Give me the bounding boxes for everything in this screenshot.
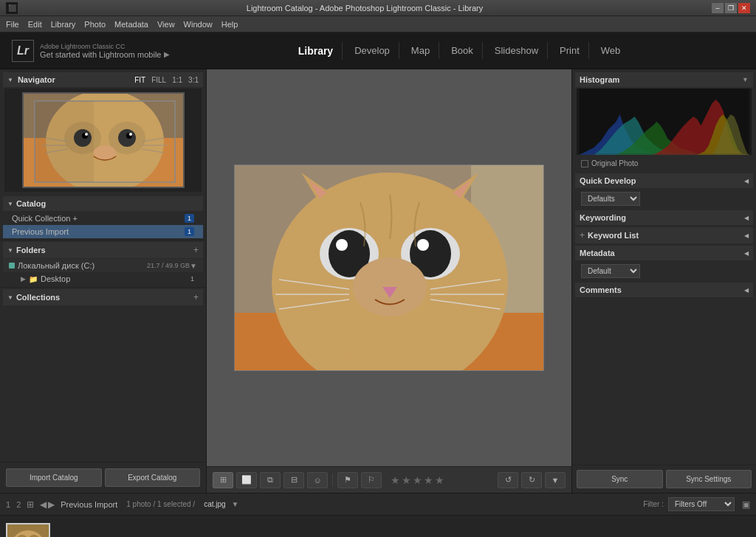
strip-thumbnail-1[interactable]: ⊕: [6, 523, 50, 538]
sync-button[interactable]: Sync: [577, 470, 663, 488]
survey-view-button[interactable]: ⊟: [284, 472, 304, 488]
keyword-list-header[interactable]: + Keyword List ◀: [575, 227, 753, 243]
rotate-left-icon: ↺: [505, 475, 512, 485]
filmstrip-filename: cat.jpg: [204, 500, 225, 508]
histogram-collapse-icon: ▼: [742, 76, 749, 83]
collections-title: Collections: [16, 293, 193, 302]
folders-add-button[interactable]: +: [193, 245, 199, 255]
svg-rect-19: [35, 101, 94, 182]
keyword-list-add-button[interactable]: +: [580, 230, 585, 240]
menu-library[interactable]: Library: [51, 20, 76, 29]
folders-section-header[interactable]: ▼ Folders +: [3, 242, 203, 258]
filmstrip-panel-button[interactable]: ▣: [742, 499, 750, 510]
tab-book[interactable]: Book: [442, 42, 483, 59]
export-catalog-button[interactable]: Export Catalog: [105, 468, 201, 487]
center-panel: ⊞ ⬜ ⧉ ⊟ ☺ ⚑ ⚐ ★ ★ ★: [207, 69, 571, 493]
tab-print[interactable]: Print: [551, 42, 589, 59]
menu-edit[interactable]: Edit: [28, 20, 42, 29]
divider-1: [0, 240, 206, 240]
svg-point-35: [417, 239, 429, 251]
tab-map[interactable]: Map: [402, 42, 439, 59]
zoom-3-1[interactable]: 3:1: [188, 76, 199, 84]
unflag-icon: ⚐: [368, 475, 375, 485]
rotate-right-button[interactable]: ↻: [521, 472, 542, 488]
menu-help[interactable]: Help: [221, 20, 238, 29]
loupe-view-button[interactable]: ⬜: [236, 472, 257, 488]
minimize-button[interactable]: –: [712, 3, 724, 13]
rotate-left-button[interactable]: ↺: [498, 472, 518, 488]
metadata-collapse-icon: ◀: [744, 250, 749, 257]
star-3[interactable]: ★: [413, 474, 422, 486]
menu-photo[interactable]: Photo: [84, 20, 106, 29]
toolbar-separator-1: [332, 474, 333, 487]
star-rating: ★ ★ ★ ★ ★: [391, 474, 444, 486]
more-options-button[interactable]: ▼: [545, 472, 566, 488]
compare-view-button[interactable]: ⧉: [260, 472, 281, 488]
tab-web[interactable]: Web: [592, 42, 630, 59]
tab-slideshow[interactable]: Slideshow: [486, 42, 548, 59]
flag-button[interactable]: ⚑: [337, 472, 358, 488]
people-view-icon: ☺: [313, 476, 321, 485]
filter-select[interactable]: Filters Off: [668, 497, 735, 511]
filmstrip-prev-arrow[interactable]: ◀: [40, 499, 47, 510]
grid-view-button[interactable]: ⊞: [213, 472, 233, 488]
zoom-fit[interactable]: FIT: [134, 76, 145, 84]
navigator-triangle: ▼: [7, 77, 13, 83]
maximize-button[interactable]: ❐: [725, 3, 737, 13]
titlebar: ⬛ Lightroom Catalog - Adobe Photoshop Li…: [0, 0, 756, 16]
menu-file[interactable]: File: [6, 20, 19, 29]
close-button[interactable]: ✕: [738, 3, 750, 13]
collections-section: ▼ Collections +: [0, 289, 206, 306]
lr-mobile-link[interactable]: Get started with Lightroom mobile ▶: [40, 50, 170, 59]
menu-metadata[interactable]: Metadata: [114, 20, 148, 29]
metadata-preset-select[interactable]: Default: [581, 264, 640, 278]
people-view-button[interactable]: ☺: [307, 472, 328, 488]
navigator-header[interactable]: ▼ Navigator FIT FILL 1:1 3:1: [3, 72, 203, 87]
comments-header[interactable]: Comments ◀: [575, 283, 753, 297]
filter-section: Filter : Filters Off ▣: [643, 497, 750, 511]
tab-develop[interactable]: Develop: [346, 42, 399, 59]
drive-label: Локальный диск (C:): [18, 261, 147, 270]
menu-view[interactable]: View: [157, 20, 175, 29]
filmstrip-page-2[interactable]: 2: [16, 500, 21, 509]
star-5[interactable]: ★: [435, 474, 444, 486]
histogram-header[interactable]: Histogram ▼: [575, 72, 753, 87]
folder-item-desktop[interactable]: ▶ 📁 Desktop 1: [3, 272, 203, 285]
tab-library[interactable]: Library: [289, 42, 343, 60]
star-1[interactable]: ★: [391, 474, 400, 486]
zoom-fill[interactable]: FILL: [151, 76, 166, 84]
menu-window[interactable]: Window: [184, 20, 213, 29]
module-tabs: Library Develop Map Book Slideshow Print…: [174, 42, 744, 60]
loupe-view-icon: ⬜: [241, 475, 252, 485]
metadata-section: Metadata ◀ Default: [572, 246, 756, 283]
quick-develop-collapse-icon: ◀: [744, 178, 749, 184]
catalog-item-quick-collection[interactable]: Quick Collection + 1: [3, 212, 203, 225]
histogram-chart: [577, 89, 752, 155]
zoom-1-1[interactable]: 1:1: [172, 76, 182, 84]
filmstrip-next-arrow[interactable]: ▶: [48, 499, 55, 510]
catalog-section-header[interactable]: ▼ Catalog: [3, 196, 203, 211]
quick-develop-header[interactable]: Quick Develop ◀: [575, 173, 753, 188]
lr-logo: Lr Adobe Lightroom Classic CC Get starte…: [12, 40, 174, 62]
original-photo-checkbox[interactable]: [581, 160, 588, 167]
star-4[interactable]: ★: [424, 474, 433, 486]
metadata-header[interactable]: Metadata ◀: [575, 246, 753, 260]
import-catalog-button[interactable]: Import Catalog: [6, 468, 102, 487]
left-panel: ▼ Navigator FIT FILL 1:1 3:1: [0, 69, 207, 493]
grid-view-icon: ⊞: [220, 475, 227, 485]
menubar: File Edit Library Photo Metadata View Wi…: [0, 16, 756, 32]
lr-logo-box: Lr: [12, 40, 34, 62]
filmstrip-dropdown-icon[interactable]: ▼: [232, 500, 239, 508]
drive-item[interactable]: Локальный диск (C:) 21.7 / 49.9 GB ▼: [3, 259, 203, 272]
folder-desktop-label: Desktop: [41, 274, 190, 283]
keywording-header[interactable]: Keywording ◀: [575, 210, 753, 225]
unflag-button[interactable]: ⚐: [361, 472, 382, 488]
catalog-item-previous-import[interactable]: Previous Import 1: [3, 225, 203, 238]
filmstrip-page-1[interactable]: 1: [6, 500, 10, 509]
star-2[interactable]: ★: [402, 474, 411, 486]
collections-add-button[interactable]: +: [193, 292, 199, 302]
sync-settings-button[interactable]: Sync Settings: [666, 470, 752, 488]
quick-develop-preset-select[interactable]: Defaults: [581, 192, 640, 206]
lr-brand-name: Adobe Lightroom Classic CC: [40, 43, 170, 50]
collections-section-header[interactable]: ▼ Collections +: [3, 289, 203, 305]
